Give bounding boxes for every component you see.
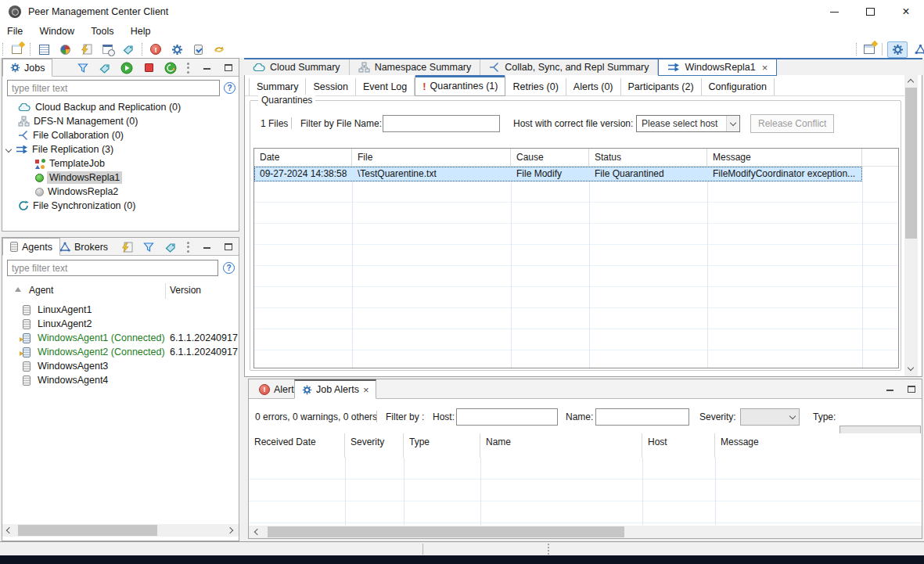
column-file[interactable]: File xyxy=(352,149,511,166)
agent-row-windowsagent4[interactable]: WindowsAgent4 xyxy=(23,373,234,387)
agents-view-menu-button[interactable] xyxy=(185,239,192,255)
sash-drag-handle[interactable] xyxy=(548,544,549,555)
expander-chevron-icon[interactable] xyxy=(5,146,12,153)
open-perspective-button[interactable] xyxy=(861,41,877,57)
column-cause[interactable]: Cause xyxy=(511,149,589,166)
subtab-session[interactable]: Session xyxy=(306,78,355,95)
topology-perspective-button[interactable] xyxy=(912,41,924,57)
column-message[interactable]: Message xyxy=(715,433,921,458)
scroll-left-arrow-icon[interactable] xyxy=(6,527,13,533)
close-window-button[interactable]: × xyxy=(888,0,924,23)
menu-help[interactable]: Help xyxy=(124,23,158,39)
column-status[interactable]: Status xyxy=(589,149,707,166)
restart-job-button[interactable] xyxy=(163,60,178,76)
column-name[interactable]: Name xyxy=(480,433,642,458)
tree-item-dfsn[interactable]: DFS-N Management (0) xyxy=(18,114,138,128)
subtab-event-log[interactable]: Event Log xyxy=(356,78,415,95)
agent-row-windowsagent1[interactable]: WindowsAgent1 (Connected) 6.1.1.20240917 xyxy=(23,331,239,345)
agents-minimize-button[interactable] xyxy=(199,239,214,255)
scroll-down-arrow-icon[interactable] xyxy=(908,365,914,371)
schedule-button[interactable] xyxy=(99,41,115,57)
minimize-window-button[interactable] xyxy=(816,0,852,23)
agents-filter-button[interactable] xyxy=(141,239,156,255)
jobs-filter-input[interactable] xyxy=(7,80,220,96)
column-date[interactable]: Date xyxy=(254,149,352,166)
tab-brokers[interactable]: Brokers xyxy=(52,238,115,256)
agents-column-agent[interactable]: Agent xyxy=(29,285,53,296)
subtab-alerts[interactable]: Alerts (0) xyxy=(566,78,621,95)
editor-vscrollbar[interactable] xyxy=(904,75,918,376)
dashboard-button[interactable] xyxy=(57,41,73,57)
job-checklist-button[interactable] xyxy=(36,41,52,57)
agents-maximize-button[interactable] xyxy=(221,239,236,255)
tree-item-templatejob[interactable]: TemplateJob xyxy=(35,156,105,171)
release-conflict-button[interactable]: Release Conflict xyxy=(750,114,834,133)
scroll-left-arrow-icon[interactable] xyxy=(254,529,261,535)
filename-filter-input[interactable] xyxy=(383,115,500,132)
agent-row-windowsagent2[interactable]: WindowsAgent2 (Connected) 6.1.1.20240917 xyxy=(23,345,239,359)
agents-filter-input[interactable] xyxy=(7,260,218,276)
refresh-button[interactable] xyxy=(211,41,227,57)
scroll-right-arrow-icon[interactable] xyxy=(227,527,233,533)
column-received-date[interactable]: Received Date xyxy=(249,433,345,458)
quarantine-row-selected[interactable]: 09-27-2024 14:38:58 \TestQuarentine.txt … xyxy=(254,167,862,181)
column-divider[interactable] xyxy=(165,283,166,299)
agent-row-linuxagent1[interactable]: LinuxAgent1 xyxy=(23,303,234,317)
start-job-button[interactable] xyxy=(119,60,135,76)
power-actions-button[interactable] xyxy=(78,41,94,57)
scrollbar-thumb[interactable] xyxy=(18,525,157,536)
close-tab-icon[interactable]: × xyxy=(762,62,768,74)
tree-item-windowsrepla2[interactable]: WindowsRepla2 xyxy=(35,185,118,199)
tree-item-file-collaboration[interactable]: File Collaboration (0) xyxy=(18,128,124,142)
column-type[interactable]: Type xyxy=(404,433,480,458)
alerts-maximize-button[interactable] xyxy=(904,382,919,397)
menu-window[interactable]: Window xyxy=(33,23,81,39)
subtab-quarantines[interactable]: ! Quarantines (1) xyxy=(415,75,505,96)
menu-file[interactable]: File xyxy=(0,23,30,39)
jobs-tag-button[interactable] xyxy=(97,60,113,76)
column-host[interactable]: Host xyxy=(642,433,715,458)
tags-button[interactable] xyxy=(120,41,136,57)
agents-power-button[interactable] xyxy=(119,239,135,255)
pmc-perspective-button[interactable] xyxy=(887,41,908,58)
column-severity[interactable]: Severity xyxy=(345,433,404,458)
agents-filter-help-icon[interactable] xyxy=(223,262,235,274)
tree-item-file-synchronization[interactable]: File Synchronization (0) xyxy=(18,199,135,213)
tasks-button[interactable] xyxy=(190,41,206,57)
agents-tag-button[interactable] xyxy=(163,239,178,255)
tab-agents[interactable]: Agents xyxy=(2,238,60,256)
alerts-button[interactable] xyxy=(148,41,164,57)
stop-job-button[interactable] xyxy=(141,60,156,76)
jobs-filter-button[interactable] xyxy=(75,60,91,76)
tab-namespace-summary[interactable]: Namespace Summary xyxy=(350,59,481,75)
new-job-button[interactable] xyxy=(9,41,24,57)
scrollbar-thumb[interactable] xyxy=(905,88,917,239)
alerts-minimize-button[interactable] xyxy=(882,382,897,397)
jobs-view-menu-button[interactable] xyxy=(185,60,192,76)
preferences-button[interactable] xyxy=(169,41,185,57)
tab-job-alerts[interactable]: Job Alerts × xyxy=(294,379,376,399)
agent-row-linuxagent2[interactable]: LinuxAgent2 xyxy=(23,317,234,331)
scroll-up-arrow-icon[interactable] xyxy=(908,79,914,85)
subtab-configuration[interactable]: Configuration xyxy=(702,78,775,95)
subtab-participants[interactable]: Participants (2) xyxy=(621,78,702,95)
agents-column-version[interactable]: Version xyxy=(170,285,201,296)
agents-hscrollbar[interactable] xyxy=(2,524,239,537)
jobs-maximize-button[interactable] xyxy=(221,60,236,76)
close-tab-icon[interactable]: × xyxy=(363,384,369,396)
name-filter-input[interactable] xyxy=(595,408,689,426)
maximize-window-button[interactable] xyxy=(852,0,888,23)
jobs-filter-help-icon[interactable] xyxy=(224,82,235,94)
scrollbar-thumb[interactable] xyxy=(268,526,624,537)
alerts-hscrollbar[interactable] xyxy=(249,526,922,538)
subtab-retries[interactable]: Retries (0) xyxy=(505,78,566,95)
column-message[interactable]: Message xyxy=(707,149,862,166)
tab-windowsrepla1[interactable]: WindowsRepla1 × xyxy=(658,59,777,76)
severity-select[interactable] xyxy=(740,408,800,426)
host-select[interactable]: Please select host xyxy=(636,115,740,132)
subtab-summary[interactable]: Summary xyxy=(249,78,306,95)
tab-cloud-summary[interactable]: Cloud Summary xyxy=(244,59,350,75)
menu-tools[interactable]: Tools xyxy=(84,23,120,39)
tab-collab-sync-repl-summary[interactable]: Collab, Sync, and Repl Summary xyxy=(480,59,658,75)
tree-item-file-replication[interactable]: File Replication (3) xyxy=(6,142,113,156)
